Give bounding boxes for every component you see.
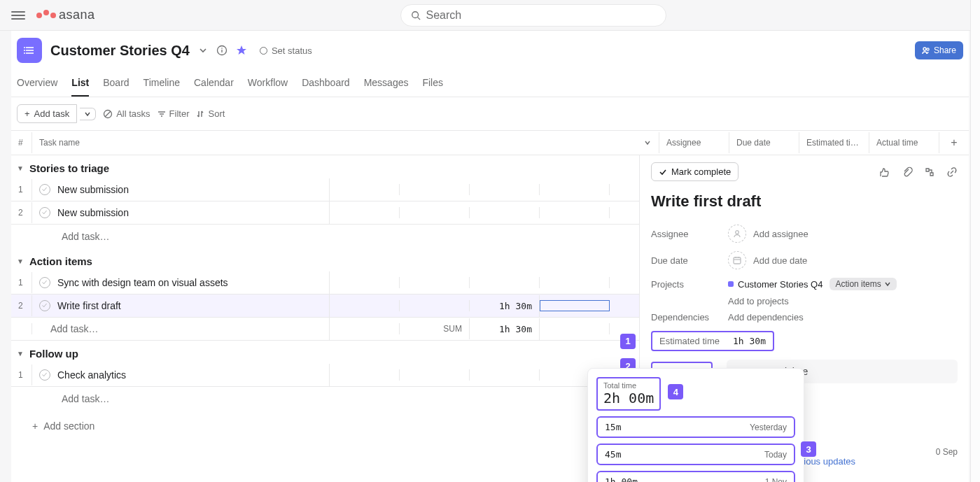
add-section-button[interactable]: + Add section: [11, 411, 639, 441]
cell-est[interactable]: 1h 30m: [470, 295, 540, 317]
estimated-time-field[interactable]: Estimated time 1h 30m: [651, 331, 774, 351]
tab-dashboard[interactable]: Dashboard: [302, 73, 350, 97]
svg-point-5: [24, 47, 25, 48]
col-assignee[interactable]: Assignee: [659, 132, 729, 153]
section-header[interactable]: ▼ Action items: [11, 248, 639, 271]
svg-point-7: [24, 52, 25, 54]
search-input[interactable]: Search: [400, 4, 666, 27]
cell-est[interactable]: [470, 369, 540, 381]
cell-due-date[interactable]: [400, 207, 470, 218]
cell-est[interactable]: [470, 184, 540, 195]
col-due-date[interactable]: Due date: [729, 132, 799, 153]
project-chip[interactable]: Customer Stories Q4: [728, 279, 822, 290]
tab-timeline[interactable]: Timeline: [144, 73, 180, 97]
chevron-down-icon[interactable]: [198, 45, 208, 55]
task-row[interactable]: 1 New submission: [11, 178, 639, 201]
time-entry[interactable]: 45m Today: [596, 444, 795, 465]
add-task-link[interactable]: Add task…: [11, 387, 639, 411]
section-header[interactable]: ▼ Stories to triage: [11, 155, 639, 178]
section-chip[interactable]: Action items: [830, 278, 896, 290]
col-name[interactable]: Task name: [32, 132, 659, 153]
plus-icon: +: [24, 108, 30, 119]
search-placeholder: Search: [426, 9, 462, 22]
tab-calendar[interactable]: Calendar: [194, 73, 234, 97]
cell-est[interactable]: [470, 277, 540, 288]
time-entry[interactable]: 15m Yesterday: [596, 416, 795, 438]
section-header[interactable]: ▼ Follow up: [11, 341, 639, 364]
add-task-link[interactable]: Add task…: [11, 225, 639, 248]
complete-toggle[interactable]: [39, 277, 50, 288]
tab-files[interactable]: Files: [422, 73, 443, 97]
svg-point-10: [221, 48, 223, 49]
cell-assignee[interactable]: [330, 207, 400, 218]
set-status-label: Set status: [272, 45, 312, 56]
task-row[interactable]: 1 Sync with design team on visual assets: [11, 271, 639, 295]
add-assignee[interactable]: Add assignee: [728, 225, 808, 243]
cell-assignee[interactable]: [330, 184, 400, 195]
star-icon[interactable]: [236, 45, 247, 56]
tab-board[interactable]: Board: [103, 73, 129, 97]
col-actual-time[interactable]: Actual time: [869, 132, 939, 153]
set-status[interactable]: Set status: [255, 43, 316, 59]
add-task-caret[interactable]: [80, 108, 96, 120]
triangle-down-icon: ▼: [17, 257, 24, 265]
tabs: Overview List Board Timeline Calendar Wo…: [17, 73, 963, 97]
asana-logo[interactable]: asana: [36, 8, 95, 22]
col-estimated-time[interactable]: Estimated ti…: [799, 132, 869, 153]
detail-title[interactable]: Write first draft: [640, 188, 969, 220]
annotation-badge-3: 3: [801, 441, 816, 457]
filter-button[interactable]: Filter: [158, 108, 190, 119]
cell-assignee[interactable]: [330, 300, 400, 311]
info-icon[interactable]: [216, 45, 227, 56]
cell-assignee[interactable]: [330, 277, 400, 288]
svg-point-0: [412, 11, 418, 17]
cell-actual[interactable]: [540, 277, 610, 288]
task-row[interactable]: 2 Write first draft 1h 30m: [11, 295, 639, 318]
cell-assignee[interactable]: [330, 369, 400, 381]
tab-overview[interactable]: Overview: [17, 73, 57, 97]
total-time-value: 2h 00m: [603, 390, 654, 406]
share-button[interactable]: Share: [915, 41, 963, 59]
menu-icon[interactable]: [11, 9, 25, 22]
task-row[interactable]: 1 Check analytics: [11, 364, 639, 387]
link-icon[interactable]: [946, 166, 958, 178]
all-tasks-filter[interactable]: All tasks: [103, 108, 150, 119]
sort-button[interactable]: Sort: [196, 108, 225, 119]
cell-actual[interactable]: [540, 300, 610, 311]
cell-actual[interactable]: [540, 207, 610, 218]
cell-due-date[interactable]: [400, 300, 470, 311]
complete-toggle[interactable]: [39, 300, 50, 311]
complete-toggle[interactable]: [39, 207, 50, 218]
tab-workflow[interactable]: Workflow: [248, 73, 288, 97]
actual-time-popover: Total time 2h 00m 4 15m Yesterday 45m To…: [587, 368, 804, 482]
add-to-projects[interactable]: Add to projects: [640, 295, 969, 308]
project-icon: [17, 38, 42, 63]
add-task-link[interactable]: Add task…: [32, 318, 330, 340]
projects-label: Projects: [651, 279, 728, 290]
cell-due-date[interactable]: [400, 277, 470, 288]
chevron-down-icon: [643, 139, 652, 147]
cell-est[interactable]: [470, 207, 540, 218]
complete-toggle[interactable]: [39, 184, 50, 195]
cell-due-date[interactable]: [400, 369, 470, 381]
add-task-button[interactable]: + Add task: [17, 104, 77, 123]
add-due-date[interactable]: Add due date: [728, 251, 807, 269]
add-dependencies[interactable]: Add dependencies: [728, 312, 804, 322]
row-index: 2: [11, 202, 32, 223]
complete-toggle[interactable]: [39, 369, 50, 381]
attachment-icon[interactable]: [902, 166, 913, 178]
time-entry[interactable]: 1h 00m 1 Nov: [596, 471, 795, 482]
cell-actual[interactable]: [540, 184, 610, 195]
tab-messages[interactable]: Messages: [364, 73, 409, 97]
cell-due-date[interactable]: [400, 184, 470, 195]
tab-list[interactable]: List: [71, 73, 89, 97]
row-index: 1: [11, 179, 32, 200]
time-entry-amount: 45m: [605, 449, 621, 460]
subtask-icon[interactable]: [924, 166, 935, 178]
task-row[interactable]: 2 New submission: [11, 201, 639, 225]
mark-complete-button[interactable]: Mark complete: [651, 162, 738, 181]
add-column-button[interactable]: +: [939, 131, 969, 155]
col-name-label: Task name: [39, 138, 80, 148]
filter-label: Filter: [169, 108, 190, 119]
like-icon[interactable]: [879, 166, 890, 178]
